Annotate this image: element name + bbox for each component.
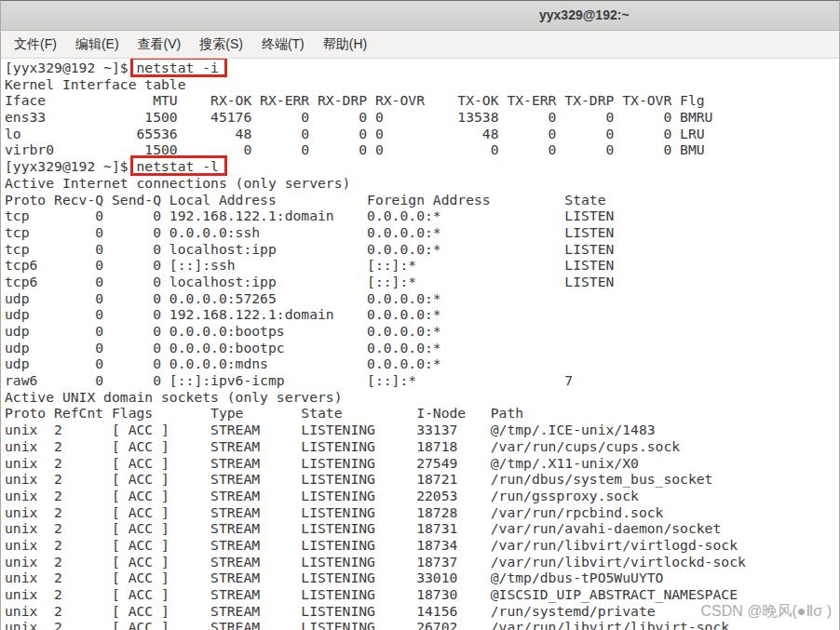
terminal-line: Active UNIX domain sockets (only servers… <box>5 389 839 406</box>
menu-item-help[interactable]: 帮助(H) <box>314 33 376 57</box>
terminal-line: tcp 0 0 0.0.0.0:ssh 0.0.0.0:* LISTEN <box>5 224 839 241</box>
terminal-line: udp 0 0 0.0.0.0:mdns 0.0.0.0:* <box>5 355 839 372</box>
terminal-line: Kernel Interface table <box>5 76 839 93</box>
shell-prompt: [yyx329@192 ~]$ <box>5 158 136 174</box>
terminal-line: unix 2 [ ACC ] STREAM LISTENING 18730 @I… <box>5 586 839 603</box>
shell-prompt: [yyx329@192 ~]$ <box>5 60 136 75</box>
menu-item-terminal[interactable]: 终端(T) <box>252 33 314 57</box>
terminal-line: ens33 1500 45176 0 0 0 13538 0 0 0 BMRU <box>5 109 839 126</box>
terminal-line: Proto RefCnt Flags Type State I-Node Pat… <box>5 405 839 422</box>
menu-item-edit[interactable]: 编辑(E) <box>66 33 129 57</box>
csdn-watermark: CSDN @晚风(●Ⅱσ ) <box>700 602 832 622</box>
terminal-line: unix 2 [ ACC ] STREAM LISTENING 18731 /v… <box>5 520 839 537</box>
terminal-line: unix 2 [ ACC ] STREAM LISTENING 18718 /v… <box>5 438 839 455</box>
terminal-line: tcp 0 0 192.168.122.1:domain 0.0.0.0:* L… <box>5 208 839 224</box>
terminal-line: Proto Recv-Q Send-Q Local Address Foreig… <box>5 192 839 208</box>
terminal-line: unix 2 [ ACC ] STREAM LISTENING 33010 @/… <box>5 570 839 586</box>
highlighted-command: netstat -l <box>136 158 218 174</box>
terminal-line: tcp6 0 0 [::]:ssh [::]:* LISTEN <box>5 257 839 274</box>
terminal-screen[interactable]: [yyx329@192 ~]$ netstat -iKernel Interfa… <box>1 59 839 630</box>
terminal-line: Active Internet connections (only server… <box>5 175 839 192</box>
terminal-window: yyx329@192:~ 文件(F)编辑(E)查看(V)搜索(S)终端(T)帮助… <box>0 0 840 630</box>
terminal-line: Iface MTU RX-OK RX-ERR RX-DRP RX-OVR TX-… <box>5 92 839 109</box>
terminal-line: virbr0 1500 0 0 0 0 0 0 0 0 BMU <box>5 141 839 158</box>
terminal-line: unix 2 [ ACC ] STREAM LISTENING 18728 /v… <box>5 504 839 521</box>
terminal-line: tcp 0 0 localhost:ipp 0.0.0.0:* LISTEN <box>5 241 839 258</box>
window-titlebar[interactable]: yyx329@192:~ <box>1 1 839 31</box>
terminal-line: tcp6 0 0 localhost:ipp [::]:* LISTEN <box>5 274 839 290</box>
highlighted-command: netstat -i <box>136 60 218 75</box>
terminal-line: unix 2 [ ACC ] STREAM LISTENING 18721 /r… <box>5 471 839 488</box>
menu-item-file[interactable]: 文件(F) <box>5 33 66 57</box>
menu-item-view[interactable]: 查看(V) <box>129 33 191 57</box>
terminal-line: unix 2 [ ACC ] STREAM LISTENING 22053 /r… <box>5 488 839 504</box>
terminal-line: unix 2 [ ACC ] STREAM LISTENING 18737 /v… <box>5 554 839 570</box>
menu-item-search[interactable]: 搜索(S) <box>190 33 252 57</box>
terminal-line: unix 2 [ ACC ] STREAM LISTENING 18734 /v… <box>5 537 839 554</box>
terminal-line: unix 2 [ ACC ] STREAM LISTENING 33137 @/… <box>5 422 839 438</box>
terminal-line: udp 0 0 0.0.0.0:bootps 0.0.0.0:* <box>5 323 839 340</box>
terminal-line: udp 0 0 0.0.0.0:bootpc 0.0.0.0:* <box>5 340 839 356</box>
terminal-line: raw6 0 0 [::]:ipv6-icmp [::]:* 7 <box>5 372 839 389</box>
terminal-line: udp 0 0 192.168.122.1:domain 0.0.0.0:* <box>5 306 839 323</box>
terminal-output: [yyx329@192 ~]$ netstat -iKernel Interfa… <box>5 60 839 630</box>
menu-bar: 文件(F)编辑(E)查看(V)搜索(S)终端(T)帮助(H) <box>1 31 839 59</box>
terminal-line: udp 0 0 0.0.0.0:57265 0.0.0.0:* <box>5 290 839 307</box>
window-title: yyx329@192:~ <box>539 7 630 22</box>
terminal-line: [yyx329@192 ~]$ netstat -i <box>5 60 839 76</box>
terminal-line: lo 65536 48 0 0 0 48 0 0 0 LRU <box>5 126 839 142</box>
terminal-line: unix 2 [ ACC ] STREAM LISTENING 27549 @/… <box>5 455 839 472</box>
terminal-line: [yyx329@192 ~]$ netstat -l <box>5 158 839 175</box>
